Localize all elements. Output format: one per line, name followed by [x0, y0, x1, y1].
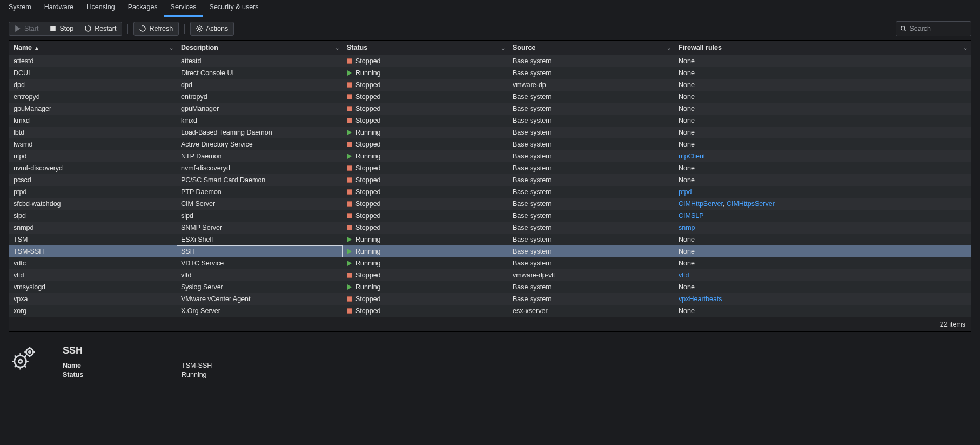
- svg-point-23: [29, 351, 30, 353]
- table-row[interactable]: xorgX.Org ServerStoppedesx-xserverNone: [9, 305, 971, 317]
- table-row[interactable]: dpddpdStoppedvmware-dpNone: [9, 79, 971, 91]
- cell-firewall: CIMSLP: [674, 210, 971, 222]
- firewall-link[interactable]: vpxHeartbeats: [679, 295, 722, 303]
- cell-name: sfcbd-watchdog: [9, 198, 177, 210]
- chevron-down-icon[interactable]: ⌄: [169, 45, 173, 51]
- cell-description: VMware vCenter Agent: [177, 293, 343, 305]
- cell-description: attestd: [177, 55, 343, 68]
- stop-button[interactable]: Stop: [44, 22, 79, 36]
- cell-firewall: None: [674, 138, 971, 150]
- chevron-down-icon[interactable]: ⌄: [335, 45, 339, 51]
- cell-source: Base system: [508, 127, 674, 138]
- svg-point-22: [26, 349, 33, 356]
- table-row[interactable]: snmpdSNMP ServerStoppedBase systemsnmp: [9, 222, 971, 234]
- svg-line-6: [197, 26, 198, 27]
- col-name[interactable]: Name▲⌄: [9, 41, 177, 55]
- col-source[interactable]: Source⌄: [508, 41, 674, 55]
- firewall-link[interactable]: vltd: [679, 271, 689, 279]
- table-row[interactable]: lbtdLoad-Based Teaming DaemonRunningBase…: [9, 127, 971, 138]
- cell-description: Active Directory Service: [177, 138, 343, 150]
- table-row[interactable]: slpdslpdStoppedBase systemCIMSLP: [9, 210, 971, 222]
- table-row[interactable]: pcscdPC/SC Smart Card DaemonStoppedBase …: [9, 174, 971, 186]
- start-button[interactable]: Start: [9, 22, 44, 36]
- table-row[interactable]: attestdattestdStoppedBase systemNone: [9, 55, 971, 68]
- cell-source: Base system: [508, 67, 674, 79]
- cell-description: PC/SC Smart Card Daemon: [177, 174, 343, 186]
- table-row[interactable]: vltdvltdStoppedvmware-dp-vltvltd: [9, 269, 971, 281]
- svg-line-7: [201, 30, 202, 31]
- cell-name: snmpd: [9, 222, 177, 234]
- tab-system[interactable]: System: [2, 0, 38, 17]
- table-row[interactable]: ntpdNTP DaemonRunningBase systemntpClien…: [9, 150, 971, 162]
- table-row[interactable]: vpxaVMware vCenter AgentStoppedBase syst…: [9, 293, 971, 305]
- firewall-link[interactable]: ptpd: [679, 188, 692, 196]
- col-firewall-rules[interactable]: Firewall rules⌄: [674, 41, 971, 55]
- table-row[interactable]: nvmf-discoverydnvmf-discoverydStoppedBas…: [9, 162, 971, 174]
- search-box[interactable]: [896, 21, 971, 36]
- cell-name: lwsmd: [9, 138, 177, 150]
- firewall-link[interactable]: CIMHttpServer: [679, 200, 723, 208]
- firewall-link[interactable]: CIMSLP: [679, 212, 704, 220]
- stopped-icon: [347, 177, 352, 183]
- svg-line-9: [201, 26, 202, 27]
- table-row[interactable]: gpuManagergpuManagerStoppedBase systemNo…: [9, 103, 971, 115]
- stopped-icon: [347, 142, 352, 147]
- stopped-icon: [347, 201, 352, 207]
- cell-name: attestd: [9, 55, 177, 68]
- cell-firewall: CIMHttpServer, CIMHttpsServer: [674, 198, 971, 210]
- cell-name: TSM-SSH: [9, 245, 177, 257]
- chevron-down-icon[interactable]: ⌄: [667, 45, 671, 51]
- table-row[interactable]: vmsyslogdSyslog ServerRunningBase system…: [9, 281, 971, 293]
- table-row[interactable]: TSM-SSHSSHRunningBase systemNone: [9, 245, 971, 257]
- actions-label: Actions: [206, 25, 228, 32]
- svg-line-11: [904, 30, 906, 31]
- tab-licensing[interactable]: Licensing: [80, 0, 122, 17]
- cell-status: Running: [343, 127, 508, 138]
- detail-status-label: Status: [63, 371, 182, 378]
- tab-packages[interactable]: Packages: [122, 0, 164, 17]
- chevron-down-icon[interactable]: ⌄: [501, 45, 505, 51]
- table-row[interactable]: kmxdkmxdStoppedBase systemNone: [9, 115, 971, 127]
- table-row[interactable]: lwsmdActive Directory ServiceStoppedBase…: [9, 138, 971, 150]
- tab-security-users[interactable]: Security & users: [203, 0, 265, 17]
- cell-firewall: None: [674, 174, 971, 186]
- refresh-button[interactable]: Refresh: [133, 22, 179, 36]
- table-row[interactable]: sfcbd-watchdogCIM ServerStoppedBase syst…: [9, 198, 971, 210]
- table-row[interactable]: vdtcVDTC ServiceRunningBase systemNone: [9, 257, 971, 269]
- cell-source: Base system: [508, 245, 674, 257]
- services-table: Name▲⌄Description⌄Status⌄Source⌄Firewall…: [9, 40, 971, 332]
- stopped-icon: [347, 165, 352, 171]
- firewall-none: None: [679, 129, 695, 136]
- search-input[interactable]: [909, 25, 966, 32]
- table-row[interactable]: entropydentropydStoppedBase systemNone: [9, 91, 971, 103]
- cell-status: Running: [343, 67, 508, 79]
- cell-firewall: None: [674, 115, 971, 127]
- tab-hardware[interactable]: Hardware: [38, 0, 80, 17]
- table-row[interactable]: DCUIDirect Console UIRunningBase systemN…: [9, 67, 971, 79]
- table-row[interactable]: TSMESXi ShellRunningBase systemNone: [9, 234, 971, 245]
- table-row[interactable]: ptpdPTP DaemonStoppedBase systemptpd: [9, 186, 971, 198]
- firewall-link[interactable]: ntpClient: [679, 152, 705, 160]
- chevron-down-icon[interactable]: ⌄: [963, 45, 968, 51]
- cell-firewall: None: [674, 91, 971, 103]
- stopped-icon: [347, 296, 352, 302]
- service-gears-icon: [9, 345, 37, 378]
- firewall-link[interactable]: snmp: [679, 224, 695, 231]
- cell-status: Running: [343, 257, 508, 269]
- cell-source: Base system: [508, 234, 674, 245]
- actions-button[interactable]: Actions: [190, 22, 234, 36]
- cell-status: Stopped: [343, 293, 508, 305]
- cell-source: Base system: [508, 91, 674, 103]
- svg-line-19: [24, 366, 26, 367]
- col-description[interactable]: Description⌄: [177, 41, 343, 55]
- tab-services[interactable]: Services: [164, 0, 203, 17]
- firewall-link[interactable]: CIMHttpsServer: [727, 200, 775, 208]
- cell-description: kmxd: [177, 115, 343, 127]
- firewall-none: None: [679, 57, 695, 65]
- col-status[interactable]: Status⌄: [343, 41, 508, 55]
- cell-firewall: None: [674, 162, 971, 174]
- restart-button[interactable]: Restart: [79, 22, 122, 36]
- table-footer-count: 22 items: [9, 317, 971, 331]
- running-icon: [347, 237, 352, 242]
- cell-status: Stopped: [343, 138, 508, 150]
